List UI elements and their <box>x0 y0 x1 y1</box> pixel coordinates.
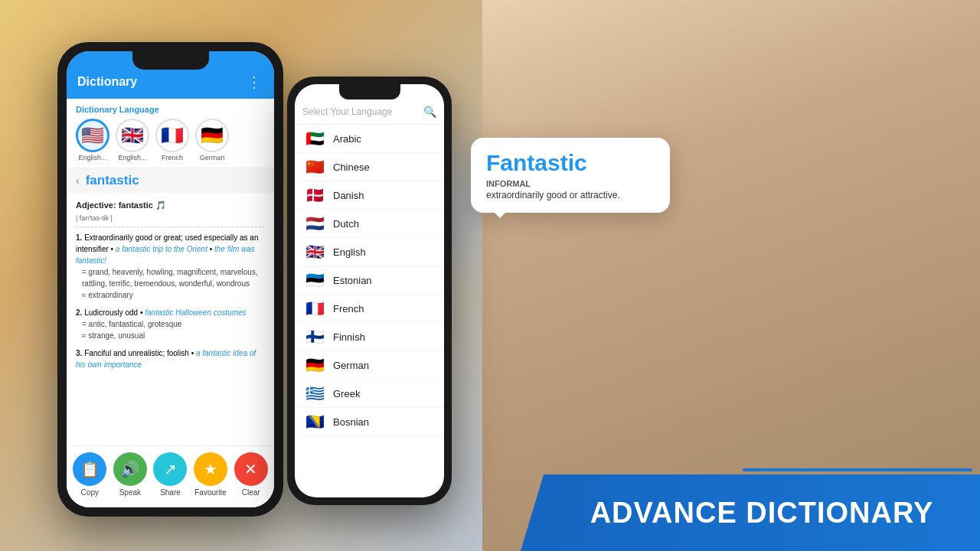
flag-dutch: 🇳🇱 <box>304 216 325 231</box>
clear-button[interactable]: ✕ Clear <box>234 452 268 497</box>
phone1-device: Dictionary ⋮ Dictionary Language 🇺🇸 Engl… <box>57 42 283 517</box>
def-example-1a: a fantastic trip to the Orient <box>116 245 207 253</box>
def-num-1: 1. <box>76 233 84 242</box>
lang-name-greek: Greek <box>333 388 360 399</box>
lang-row-bosnian[interactable]: 🇧🇦 Bosnian <box>295 408 444 436</box>
def-text-2: Ludicrously odd • <box>84 308 145 317</box>
flag-german[interactable]: 🇩🇪 <box>195 119 229 152</box>
favourite-icon: ★ <box>194 452 227 486</box>
approx-2: ≈ strange, unusual <box>82 330 265 341</box>
phone2-device: Select Your Language 🔍 🇦🇪 Arabic 🇨🇳 Chin… <box>287 77 452 505</box>
lang-name-french: French <box>333 303 364 315</box>
action-bar: 📋 Copy 🔊 Speak ↗ Share ★ Favourite ✕ Cle… <box>67 445 274 507</box>
flag-item-english-us[interactable]: 🇺🇸 English... <box>76 119 109 161</box>
lang-name-danish: Danish <box>333 190 364 201</box>
def-num-3: 3. <box>76 349 84 357</box>
flag-english-gb[interactable]: 🇬🇧 <box>116 119 149 152</box>
blue-line-1 <box>743 468 972 471</box>
lang-row-estonian[interactable]: 🇪🇪 Estonian <box>295 266 444 295</box>
lang-row-chinese[interactable]: 🇨🇳 Chinese <box>295 153 444 181</box>
flag-german-list: 🇩🇪 <box>304 357 325 373</box>
banner-title: ADVANCE DICTIONARY <box>590 497 934 530</box>
lang-name-chinese: Chinese <box>333 161 370 173</box>
definition-2: 2. Ludicrously odd • fantastic Halloween… <box>76 307 265 341</box>
def-text-3: Fanciful and unrealistic; foolish • <box>84 349 196 357</box>
lang-row-german[interactable]: 🇩🇪 German <box>295 351 444 380</box>
search-icon[interactable]: 🔍 <box>423 106 436 118</box>
flag-label-english-us: English... <box>78 154 106 161</box>
lang-name-estonian: Estonian <box>333 275 372 286</box>
flag-item-french[interactable]: 🇫🇷 French <box>155 119 189 161</box>
copy-label: Copy <box>81 488 99 497</box>
lang-row-french[interactable]: 🇫🇷 French <box>295 295 444 323</box>
language-list: 🇦🇪 Arabic 🇨🇳 Chinese 🇩🇰 Danish 🇳🇱 Dutch … <box>295 125 444 488</box>
lang-name-english: English <box>333 246 366 258</box>
flag-label-german: German <box>200 154 225 161</box>
lang-row-danish[interactable]: 🇩🇰 Danish <box>295 181 444 210</box>
lang-row-finnish[interactable]: 🇫🇮 Finnish <box>295 323 444 351</box>
lang-row-english[interactable]: 🇬🇧 English <box>295 238 444 266</box>
approx-word-1: extraordinary <box>88 291 132 299</box>
flag-chinese: 🇨🇳 <box>304 159 325 174</box>
bubble-word: Fantastic <box>486 150 655 176</box>
pos-title: Adjective: fantastic 🎵 <box>76 199 265 212</box>
lang-row-greek[interactable]: 🇬🇷 Greek <box>295 380 444 408</box>
back-button[interactable]: ‹ <box>76 174 80 187</box>
flag-finnish: 🇫🇮 <box>304 329 325 344</box>
speech-bubble: Fantastic INFORMAL extraordinarily good … <box>471 138 670 213</box>
lang-name-finnish: Finnish <box>333 331 365 343</box>
word-navigation-bar: ‹ fantastic <box>67 168 274 193</box>
bubble-informal-label: INFORMAL <box>486 179 655 188</box>
lang-name-arabic: Arabic <box>333 133 361 145</box>
speak-icon: 🔊 <box>113 452 147 486</box>
phone1-app-title: Dictionary <box>77 75 137 89</box>
phone2-notch <box>339 84 400 99</box>
phone1-screen: Dictionary ⋮ Dictionary Language 🇺🇸 Engl… <box>67 51 274 507</box>
flag-english-us[interactable]: 🇺🇸 <box>76 119 109 152</box>
favourite-button[interactable]: ★ Favourite <box>194 452 227 497</box>
flag-label-english-gb: English... <box>118 154 146 161</box>
clear-label: Clear <box>242 488 260 497</box>
speak-button[interactable]: 🔊 Speak <box>113 452 147 497</box>
share-icon: ↗ <box>153 452 187 486</box>
search-placeholder-text: Select Your Language <box>302 106 419 117</box>
flag-estonian: 🇪🇪 <box>304 272 325 288</box>
flag-bosnian: 🇧🇦 <box>304 414 325 429</box>
lang-row-arabic[interactable]: 🇦🇪 Arabic <box>295 125 444 153</box>
flag-item-german[interactable]: 🇩🇪 German <box>195 119 229 161</box>
synonyms-2: = antic, fantastical, grotesque <box>82 318 265 330</box>
def-example-2: fantastic Halloween costumes <box>145 308 246 317</box>
bottom-banner: ADVANCE DICTIONARY <box>521 474 980 551</box>
phone2-screen: Select Your Language 🔍 🇦🇪 Arabic 🇨🇳 Chin… <box>295 84 444 497</box>
share-label: Share <box>160 488 181 497</box>
lang-name-german: German <box>333 360 369 371</box>
flag-english: 🇬🇧 <box>304 244 325 259</box>
copy-icon: 📋 <box>73 452 106 486</box>
copy-button[interactable]: 📋 Copy <box>73 452 106 497</box>
current-word: fantastic <box>86 173 139 188</box>
lang-name-dutch: Dutch <box>333 218 359 230</box>
def-num-2: 2. <box>76 308 84 317</box>
flag-french[interactable]: 🇫🇷 <box>155 119 189 152</box>
synonyms-1: = grand, heavenly, howling, magnificent,… <box>82 266 265 289</box>
phonetic-text: | fan'tas-tik | <box>76 214 265 228</box>
language-section-title: Dictionary Language <box>76 105 265 114</box>
clear-icon: ✕ <box>234 452 268 486</box>
language-section: Dictionary Language 🇺🇸 English... 🇬🇧 Eng… <box>67 99 274 168</box>
flag-arabic: 🇦🇪 <box>304 131 325 146</box>
favourite-label: Favourite <box>194 488 227 497</box>
share-button[interactable]: ↗ Share <box>153 452 187 497</box>
language-flags-row: 🇺🇸 English... 🇬🇧 English... 🇫🇷 French 🇩🇪… <box>76 119 265 161</box>
definition-3: 3. Fanciful and unrealistic; foolish • a… <box>76 347 265 370</box>
flag-french-list: 🇫🇷 <box>304 301 325 316</box>
definition-1: 1. Extraordinarily good or great; used e… <box>76 232 265 301</box>
phone1-notch <box>132 51 209 70</box>
phone1-menu-icon[interactable]: ⋮ <box>247 73 263 91</box>
approx-1: ≈ extraordinary <box>82 289 265 301</box>
speak-label: Speak <box>119 488 141 497</box>
flag-label-french: French <box>162 154 183 161</box>
flag-danish: 🇩🇰 <box>304 187 325 203</box>
flag-item-english-gb[interactable]: 🇬🇧 English... <box>116 119 149 161</box>
bubble-definition: extraordinarily good or attractive. <box>486 190 655 201</box>
lang-row-dutch[interactable]: 🇳🇱 Dutch <box>295 210 444 238</box>
